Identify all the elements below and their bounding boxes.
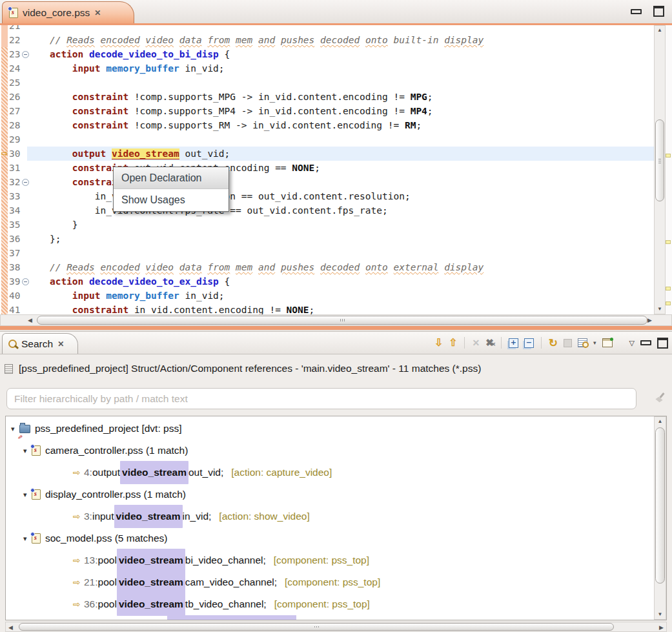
scroll-up-icon[interactable]: ▲ xyxy=(655,27,665,34)
code-editor[interactable]: 21222324252627282930⇨3132333435363738394… xyxy=(0,25,672,314)
collapse-all-icon[interactable]: − xyxy=(524,338,534,348)
toolbar-separator xyxy=(464,337,465,349)
annotation-mark[interactable] xyxy=(666,240,671,244)
scroll-right-icon[interactable]: ▶ xyxy=(647,316,652,325)
match-line-number: 3: xyxy=(84,505,92,527)
scroll-down-icon[interactable]: ▼ xyxy=(655,306,665,312)
line-number: 33 xyxy=(9,189,20,203)
match-text: tb_video_channel; xyxy=(185,593,267,615)
match-text: output xyxy=(92,462,120,484)
line-number: 27 xyxy=(9,104,20,118)
scroll-grip xyxy=(340,319,345,321)
annotation-mark[interactable] xyxy=(666,301,671,305)
tree-row-file[interactable]: ▾camera_controller.pss (1 match) xyxy=(6,440,653,462)
previous-searches-icon[interactable] xyxy=(578,338,587,347)
match-context-label: [component: pss_top] xyxy=(274,549,369,571)
annotation-mark[interactable] xyxy=(666,154,671,158)
quick-diff-changed-block xyxy=(1,25,8,47)
line-number: 40 xyxy=(9,289,20,303)
tree-vscroll-thumb[interactable] xyxy=(655,427,665,584)
close-icon[interactable]: ✕ xyxy=(94,8,101,17)
match-text: pool xyxy=(98,549,117,571)
match-context-label: [action: capture_video] xyxy=(231,462,332,484)
editor-vertical-scrollbar[interactable]: ▲ ▼ xyxy=(654,25,666,314)
annotation-mark[interactable] xyxy=(666,287,671,291)
overview-ruler[interactable] xyxy=(666,25,672,314)
match-text: cam_video_channel; xyxy=(185,571,277,593)
tree-horizontal-scrollbar[interactable]: ◀ ▶ xyxy=(5,622,667,632)
line-number: 29 xyxy=(9,132,20,147)
tree-row-match[interactable]: ⇨36: pool video_stream tb_video_channel;… xyxy=(6,593,653,615)
menu-item-show-usages[interactable]: Show Usages xyxy=(114,189,229,211)
file-label: soc_model.pss (5 matches) xyxy=(45,527,168,549)
line-number: 28 xyxy=(9,118,20,132)
match-text: bi_video_channel; xyxy=(185,549,266,571)
tree-vertical-scrollbar[interactable]: ▲ ▼ xyxy=(654,416,666,620)
line-number: 35 xyxy=(9,218,20,232)
scroll-up-icon[interactable]: ▲ xyxy=(655,418,666,425)
tree-row-match[interactable]: ⇨13: pool video_stream bi_video_channel;… xyxy=(6,549,653,571)
expand-collapse-icon: ▾ xyxy=(23,484,32,505)
minimize-icon[interactable] xyxy=(640,340,651,345)
match-line-number: 21: xyxy=(84,571,98,593)
tree-hscroll-thumb[interactable] xyxy=(19,623,614,631)
minimize-icon[interactable] xyxy=(631,9,642,14)
filter-input[interactable] xyxy=(6,388,636,409)
editor-tab-title: video_core.pss xyxy=(23,7,90,19)
scroll-right-icon[interactable]: ▶ xyxy=(659,624,664,632)
show-next-match-icon[interactable]: ⇩ xyxy=(434,338,443,348)
scroll-left-icon[interactable]: ◀ xyxy=(28,316,32,325)
view-menu-icon[interactable]: ▽ xyxy=(629,339,635,347)
match-highlighted-term: video_stream xyxy=(120,461,188,484)
code-line: output video_stream out_vid; xyxy=(27,147,654,161)
editor-tab-video-core[interactable]: video_core.pss ✕ xyxy=(2,1,134,23)
clear-filter-icon[interactable] xyxy=(655,392,666,403)
match-arrow-icon: ⇨ xyxy=(73,462,84,484)
close-icon[interactable]: ✕ xyxy=(57,340,64,349)
tab-search[interactable]: Search ✕ xyxy=(2,333,78,354)
occurrence-video-stream[interactable]: video_stream xyxy=(112,148,179,159)
tree-row-partial[interactable] xyxy=(6,615,653,620)
tree-row-file[interactable]: ▾soc_model.pss (5 matches) xyxy=(6,527,653,549)
scroll-left-icon[interactable]: ◀ xyxy=(8,624,13,632)
tree-row-match[interactable]: ⇨4: output video_stream out_vid;[action:… xyxy=(6,462,653,484)
match-text: pool xyxy=(98,593,117,615)
line-number: 37 xyxy=(9,246,20,260)
tree-row-match[interactable]: ⇨21: pool video_stream cam_video_channel… xyxy=(6,571,653,593)
menu-item-open-declaration[interactable]: Open Declaration xyxy=(114,167,229,189)
tree-row-match[interactable]: ⇨3: input video_stream in_vid;[action: s… xyxy=(6,505,653,527)
toolbar-separator xyxy=(501,337,502,349)
remove-all-matches-icon[interactable]: ✖ xyxy=(485,337,494,349)
editor-horizontal-scrollbar[interactable]: ◀ ▶ xyxy=(0,314,672,326)
chevron-down-icon[interactable]: ▾ xyxy=(593,340,596,346)
match-arrow-icon: ⇨ xyxy=(73,593,84,615)
code-line: constraint !comp.supports_RM -> in_vid.c… xyxy=(27,118,654,132)
scroll-down-icon[interactable]: ▼ xyxy=(655,611,666,618)
line-number: 31 xyxy=(9,161,20,175)
line-number: 41 xyxy=(9,303,20,314)
search-results-tree[interactable]: ▾pss_predefined_project [dvt: pss]▾camer… xyxy=(5,416,667,620)
match-highlighted-term: video_stream xyxy=(117,593,185,616)
pin-view-icon[interactable] xyxy=(602,338,613,347)
line-number: 39 xyxy=(9,274,29,289)
match-text: input xyxy=(92,505,114,527)
maximize-icon[interactable] xyxy=(657,338,668,349)
match-context-label: [component: pss_top] xyxy=(285,571,380,593)
line-number: 21 xyxy=(9,25,20,33)
line-number: 36 xyxy=(9,232,20,246)
search-view: Search ✕ ⇩ ⇧ ✕ ✖ + − ↻ ▾ ▽ [pss_predefin… xyxy=(0,331,672,632)
expand-all-icon[interactable]: + xyxy=(509,338,518,348)
match-context-label: [action: show_video] xyxy=(219,505,309,527)
maximize-icon[interactable] xyxy=(653,6,664,17)
remove-selected-matches-icon[interactable]: ✕ xyxy=(472,338,480,348)
expand-collapse-icon: ▾ xyxy=(23,527,32,549)
line-number: 38 xyxy=(9,260,20,274)
pin-search-icon[interactable] xyxy=(564,339,572,347)
run-search-again-icon[interactable]: ↻ xyxy=(549,338,558,349)
editor-hscroll-thumb[interactable] xyxy=(37,316,647,325)
search-result-icon xyxy=(5,364,13,374)
editor-vscroll-thumb[interactable] xyxy=(655,119,664,201)
tree-row-file[interactable]: ▾display_controller.pss (1 match) xyxy=(6,484,653,505)
show-previous-match-icon[interactable]: ⇧ xyxy=(449,338,457,348)
tree-row-project[interactable]: ▾pss_predefined_project [dvt: pss] xyxy=(6,418,653,440)
